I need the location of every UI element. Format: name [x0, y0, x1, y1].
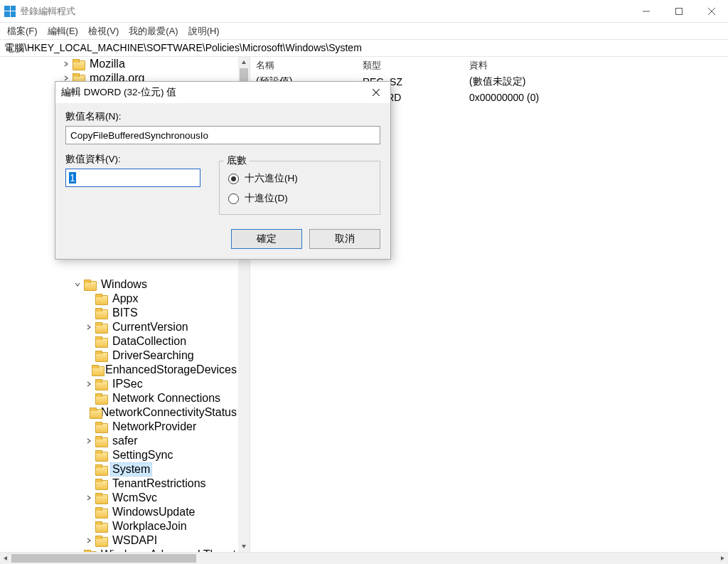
- dialog-title-bar[interactable]: 編輯 DWORD (32-位元) 值: [55, 82, 390, 103]
- menu-edit[interactable]: 編輯(E): [43, 23, 82, 39]
- tree-item-label: Mozilla: [88, 58, 127, 70]
- folder-icon: [95, 393, 107, 403]
- scroll-left-arrow-icon[interactable]: [0, 553, 11, 564]
- column-data[interactable]: 資料: [464, 59, 728, 72]
- close-button[interactable]: [695, 0, 728, 23]
- tree-item-label: WindowsUpdate: [111, 506, 197, 518]
- tree-expander-icon[interactable]: [84, 322, 94, 332]
- menu-file[interactable]: 檔案(F): [3, 23, 42, 39]
- tree-item-windowsupdate[interactable]: WindowsUpdate: [0, 505, 238, 519]
- address-text: 電腦\HKEY_LOCAL_MACHINE\SOFTWARE\Policies\…: [4, 42, 362, 55]
- scroll-right-arrow-icon[interactable]: [717, 553, 728, 564]
- tree-item-label: Network Connections: [111, 392, 222, 405]
- tree-expander-icon[interactable]: [84, 493, 94, 503]
- tree-expander-placeholder: [84, 308, 94, 318]
- radio-dec[interactable]: 十進位(D): [228, 188, 371, 208]
- tree-item-tenantrestrictions[interactable]: TenantRestrictions: [0, 477, 238, 491]
- tree-item-driversearching[interactable]: DriverSearching: [0, 348, 238, 363]
- maximize-button[interactable]: [663, 0, 695, 23]
- tree-item-network-connections[interactable]: Network Connections: [0, 391, 238, 405]
- address-bar[interactable]: 電腦\HKEY_LOCAL_MACHINE\SOFTWARE\Policies\…: [0, 40, 728, 57]
- ok-button[interactable]: 確定: [231, 229, 302, 249]
- tree-item-label: IPSec: [111, 378, 144, 390]
- folder-icon: [95, 479, 107, 489]
- tree-item-workplacejoin[interactable]: WorkplaceJoin: [0, 519, 238, 533]
- tree-item-bits[interactable]: BITS: [0, 306, 238, 320]
- tree-item-enhancedstoragedevices[interactable]: EnhancedStorageDevices: [0, 363, 238, 377]
- scroll-up-arrow-icon[interactable]: [238, 57, 250, 68]
- tree-item-mozilla[interactable]: Mozilla: [0, 57, 238, 71]
- horizontal-scrollbar[interactable]: [0, 553, 728, 564]
- tree-expander-placeholder: [84, 521, 94, 531]
- tree-item-label: TenantRestrictions: [111, 477, 208, 490]
- tree-item-label: NetworkProvider: [111, 420, 198, 433]
- menu-favorites[interactable]: 我的最愛(A): [124, 23, 182, 39]
- folder-icon: [95, 464, 107, 474]
- dialog-title: 編輯 DWORD (32-位元) 值: [61, 86, 176, 99]
- tree-item-appx[interactable]: Appx: [0, 292, 238, 306]
- column-name[interactable]: 名稱: [250, 59, 357, 72]
- menu-help[interactable]: 說明(H): [184, 23, 224, 39]
- folder-icon: [92, 365, 100, 375]
- column-type[interactable]: 類型: [357, 59, 464, 72]
- dialog-close-button[interactable]: [368, 84, 385, 101]
- tree-item-label: WSDAPI: [111, 534, 159, 547]
- tree-item-networkconnectivitystatus[interactable]: NetworkConnectivityStatus: [0, 405, 238, 420]
- tree-expander-placeholder: [84, 507, 94, 517]
- radio-hex[interactable]: 十六進位(H): [228, 169, 371, 188]
- base-groupbox: 底數 十六進位(H) 十進位(D): [219, 161, 380, 215]
- value-data-field[interactable]: 1: [65, 169, 200, 187]
- tree-expander-placeholder: [84, 408, 88, 417]
- tree-expander-icon[interactable]: [84, 436, 94, 446]
- tree-item-settingsync[interactable]: SettingSync: [0, 448, 238, 462]
- folder-icon: [95, 507, 107, 517]
- tree-item-label: DataCollection: [111, 335, 188, 348]
- tree-expander-icon[interactable]: [84, 536, 94, 546]
- folder-icon: [95, 294, 107, 304]
- tree-expander-icon[interactable]: [73, 280, 82, 289]
- tree-item-label: EnhancedStorageDevices: [104, 363, 238, 376]
- tree-item-datacollection[interactable]: DataCollection: [0, 334, 238, 348]
- tree-item-label: Windows Advanced Threat: [100, 548, 237, 552]
- value-name-field[interactable]: CopyFileBufferedSynchronousIo: [65, 126, 380, 144]
- tree-expander-placeholder: [84, 351, 94, 361]
- client-area: Mozilla mozilla.org Windows Appx BITS Cu…: [0, 57, 728, 553]
- menu-view[interactable]: 檢視(V): [84, 23, 123, 39]
- cell-data: 0x00000000 (0): [464, 92, 728, 103]
- tree-expander-icon[interactable]: [84, 379, 94, 389]
- tree-item-currentversion[interactable]: CurrentVersion: [0, 320, 238, 334]
- tree-expander-placeholder: [84, 479, 94, 489]
- base-legend: 底數: [224, 154, 250, 167]
- tree-item-system[interactable]: System: [0, 462, 238, 477]
- folder-icon: [95, 521, 107, 531]
- svg-marker-9: [721, 556, 724, 560]
- tree-item-wcmsvc[interactable]: WcmSvc: [0, 491, 238, 505]
- folder-icon: [95, 422, 107, 432]
- svg-rect-1: [676, 8, 682, 14]
- folder-icon: [90, 408, 95, 417]
- tree-expander-icon[interactable]: [61, 59, 71, 69]
- tree-expander-placeholder: [84, 336, 94, 346]
- tree-expander-placeholder: [84, 464, 94, 474]
- tree-item-safer[interactable]: safer: [0, 434, 238, 448]
- folder-icon: [95, 336, 107, 346]
- minimize-button[interactable]: [630, 0, 663, 23]
- tree-item-label: Windows: [100, 278, 149, 291]
- tree-expander-icon[interactable]: [73, 550, 82, 552]
- tree-expander-placeholder: [84, 450, 94, 460]
- tree-item-ipsec[interactable]: IPSec: [0, 377, 238, 391]
- folder-icon: [95, 379, 107, 389]
- cancel-button[interactable]: 取消: [309, 229, 380, 249]
- folder-icon: [95, 536, 107, 546]
- tree-item-label: Appx: [111, 292, 139, 305]
- scroll-down-arrow-icon[interactable]: [238, 541, 250, 552]
- hscroll-thumb[interactable]: [11, 554, 196, 563]
- tree-item-wsdapi[interactable]: WSDAPI: [0, 533, 238, 548]
- tree-item-windows[interactable]: Windows: [0, 277, 238, 292]
- list-header: 名稱 類型 資料: [250, 57, 728, 74]
- tree-item-networkprovider[interactable]: NetworkProvider: [0, 420, 238, 434]
- tree-expander-placeholder: [84, 393, 94, 403]
- cell-data: (數值未設定): [464, 75, 728, 88]
- tree-item-windows-advanced-threat[interactable]: Windows Advanced Threat: [0, 548, 238, 552]
- value-data-label: 數值資料(V):: [65, 153, 202, 166]
